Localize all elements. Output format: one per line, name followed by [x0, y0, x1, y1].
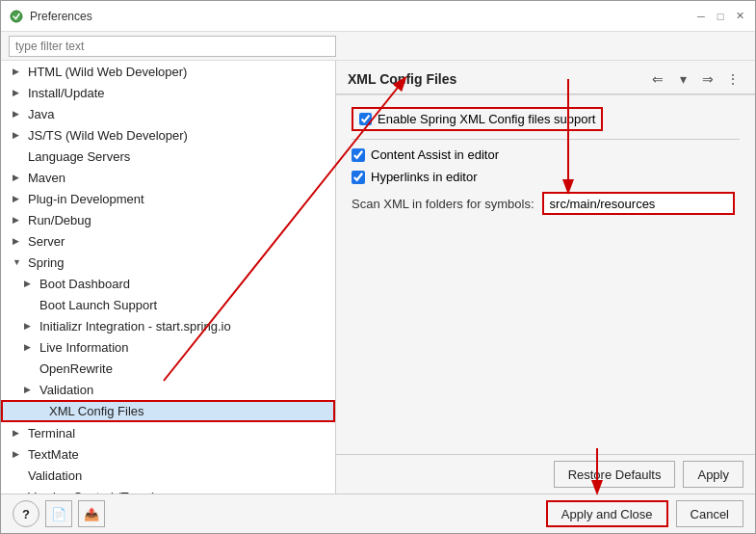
sidebar-item-validation-spring[interactable]: ▶ Validation	[1, 379, 335, 400]
sidebar-item-label: Live Information	[39, 340, 335, 355]
enable-spring-checkbox[interactable]	[359, 113, 372, 125]
sidebar-item-js-ts[interactable]: ▶ JS/TS (Wild Web Developer)	[1, 124, 335, 146]
export-icon: 📤	[84, 507, 99, 521]
apply-button[interactable]: Apply	[683, 461, 743, 488]
sidebar-item-language-servers[interactable]: ▶ Language Servers	[1, 146, 335, 167]
right-body: Enable Spring XML Config files support C…	[336, 95, 755, 454]
expand-arrow: ▶	[13, 428, 26, 438]
apply-and-close-button[interactable]: Apply and Close	[546, 500, 668, 527]
sidebar-item-label: Initializr Integration - start.spring.io	[39, 319, 335, 334]
sidebar-item-boot-launch[interactable]: ▶ Boot Launch Support	[1, 294, 335, 315]
expand-arrow: ▶	[13, 236, 26, 246]
sidebar-item-boot-dashboard[interactable]: ▶ Boot Dashboard	[1, 273, 335, 294]
sidebar-item-textmate[interactable]: ▶ TextMate	[1, 443, 335, 465]
sidebar-item-html-wild[interactable]: ▶ HTML (Wild Web Developer)	[1, 61, 335, 82]
expand-arrow: ▶	[13, 449, 26, 459]
sidebar-item-xml-config[interactable]: ▶ XML Config Files	[1, 400, 335, 422]
content-assist-label: Content Assist in editor	[371, 147, 499, 162]
dropdown-button[interactable]: ▾	[672, 68, 693, 90]
window-title: Preferences	[30, 10, 693, 23]
import-button[interactable]: 📄	[45, 500, 72, 527]
sidebar-item-label: Plug-in Development	[28, 192, 335, 206]
sidebar-item-label: TextMate	[28, 447, 335, 462]
sidebar-item-label: Validation	[39, 383, 335, 397]
sidebar-item-version-control[interactable]: ▶ Version Control (Team)	[1, 486, 335, 494]
sidebar-item-label: Validation	[28, 468, 335, 483]
sidebar-item-label: OpenRewrite	[39, 361, 335, 376]
sidebar: ▶ HTML (Wild Web Developer) ▶ Install/Up…	[1, 61, 336, 494]
expand-arrow: ▶	[13, 67, 26, 76]
sidebar-item-run-debug[interactable]: ▶ Run/Debug	[1, 209, 335, 230]
sidebar-item-label: Terminal	[28, 426, 335, 441]
bottom-left-icons: ? 📄 📤	[13, 500, 105, 527]
expand-arrow: ▶	[13, 109, 26, 119]
sidebar-item-label: HTML (Wild Web Developer)	[28, 65, 335, 79]
main-content: ▶ HTML (Wild Web Developer) ▶ Install/Up…	[1, 61, 755, 494]
sidebar-item-label: Spring	[28, 255, 335, 270]
expand-arrow: ▶	[13, 88, 26, 97]
sidebar-item-java[interactable]: ▶ Java	[1, 103, 335, 124]
content-assist-checkbox[interactable]	[352, 148, 365, 162]
filter-input[interactable]	[9, 36, 336, 57]
header-actions: ⇐ ▾ ⇒ ⋮	[647, 68, 743, 90]
content-assist-row: Content Assist in editor	[352, 147, 740, 162]
sidebar-item-label: Language Servers	[28, 149, 335, 164]
sidebar-item-label: Run/Debug	[28, 213, 335, 227]
close-button[interactable]: ✕	[732, 9, 747, 24]
minimize-button[interactable]: ─	[693, 9, 709, 24]
panel-title: XML Config Files	[348, 71, 647, 87]
preferences-window: Preferences ─ □ ✕ ▶ HTML (Wild Web Devel…	[0, 0, 756, 534]
sidebar-item-spring[interactable]: ▼ Spring	[1, 252, 335, 273]
back-button[interactable]: ⇐	[647, 68, 668, 90]
sidebar-item-label: Maven	[28, 171, 335, 185]
toolbar	[1, 32, 755, 61]
restore-defaults-button[interactable]: Restore Defaults	[554, 461, 676, 488]
bottom-right-buttons: Apply and Close Cancel	[546, 500, 743, 527]
sidebar-item-install-update[interactable]: ▶ Install/Update	[1, 82, 335, 103]
more-button[interactable]: ⋮	[722, 68, 743, 90]
maximize-button[interactable]: □	[713, 9, 728, 24]
sidebar-item-label: XML Config Files	[49, 404, 333, 418]
sidebar-item-label: Install/Update	[28, 86, 335, 100]
expand-arrow: ▶	[13, 130, 26, 140]
expand-arrow: ▶	[13, 194, 26, 203]
expand-arrow: ▶	[13, 215, 26, 225]
right-panel: XML Config Files ⇐ ▾ ⇒ ⋮ Enable Spring X…	[336, 61, 755, 494]
sidebar-item-label: Java	[28, 107, 335, 121]
sidebar-item-initializr[interactable]: ▶ Initializr Integration - start.spring.…	[1, 315, 335, 336]
right-footer: Restore Defaults Apply	[336, 454, 755, 494]
bottom-bar: ? 📄 📤 Apply and Close Cancel	[1, 494, 755, 533]
sidebar-item-server[interactable]: ▶ Server	[1, 230, 335, 252]
collapse-arrow: ▼	[13, 257, 26, 267]
title-bar: Preferences ─ □ ✕	[1, 1, 755, 32]
scan-label: Scan XML in folders for symbols:	[352, 197, 534, 211]
scan-row: Scan XML in folders for symbols:	[352, 192, 740, 215]
sidebar-item-label: Boot Launch Support	[39, 298, 335, 312]
hyperlinks-row: Hyperlinks in editor	[352, 170, 740, 184]
sidebar-item-openrewrite[interactable]: ▶ OpenRewrite	[1, 358, 335, 379]
expand-arrow: ▶	[24, 342, 38, 352]
expand-arrow: ▶	[24, 321, 38, 331]
sidebar-item-live-info[interactable]: ▶ Live Information	[1, 336, 335, 358]
hyperlinks-label: Hyperlinks in editor	[371, 170, 478, 184]
sidebar-item-label: Server	[28, 234, 335, 249]
sidebar-item-plugin-dev[interactable]: ▶ Plug-in Development	[1, 188, 335, 209]
expand-arrow: ▶	[24, 279, 38, 288]
hyperlinks-checkbox[interactable]	[352, 171, 365, 184]
enable-spring-label: Enable Spring XML Config files support	[378, 112, 595, 126]
window-controls: ─ □ ✕	[693, 9, 747, 24]
scan-input[interactable]	[542, 192, 735, 215]
sidebar-item-maven[interactable]: ▶ Maven	[1, 167, 335, 188]
help-button[interactable]: ?	[13, 500, 39, 527]
expand-arrow: ▶	[24, 385, 38, 394]
forward-button[interactable]: ⇒	[697, 68, 718, 90]
sidebar-item-validation[interactable]: ▶ Validation	[1, 465, 335, 486]
export-button[interactable]: 📤	[78, 500, 105, 527]
enable-spring-row: Enable Spring XML Config files support	[352, 107, 603, 131]
right-header: XML Config Files ⇐ ▾ ⇒ ⋮	[336, 61, 755, 94]
cancel-button[interactable]: Cancel	[676, 500, 743, 527]
sidebar-item-label: Boot Dashboard	[39, 277, 335, 291]
svg-point-0	[11, 11, 22, 22]
sidebar-item-label: JS/TS (Wild Web Developer)	[28, 128, 335, 143]
sidebar-item-terminal[interactable]: ▶ Terminal	[1, 422, 335, 443]
